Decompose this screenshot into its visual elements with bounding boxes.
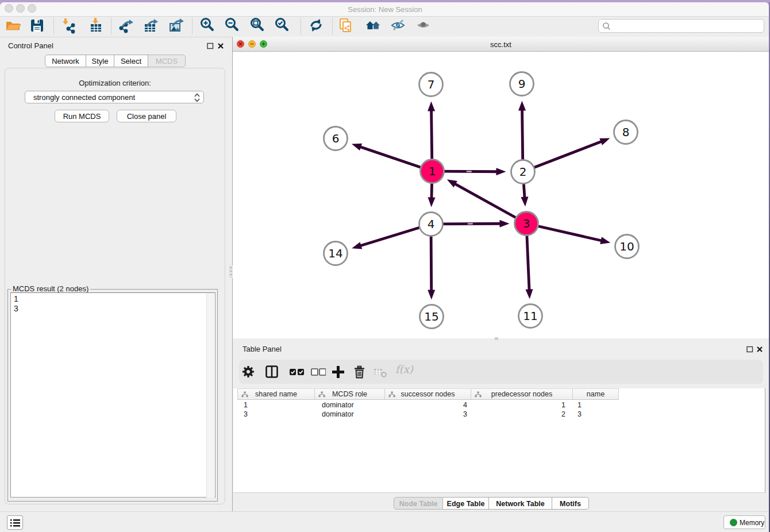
table-cell[interactable]: 3 [244, 410, 248, 419]
table-cell[interactable]: 1 [244, 400, 248, 410]
refresh-icon[interactable] [307, 17, 325, 36]
close-panel-button[interactable]: Close panel [117, 110, 176, 122]
table-tab-motifs[interactable]: Motifs [552, 497, 589, 510]
graph-node-6[interactable]: 6 [324, 127, 348, 151]
graph-node-1[interactable]: 1 [421, 160, 444, 183]
table-cell[interactable]: dominator [322, 410, 354, 419]
open-session-icon[interactable] [4, 17, 21, 36]
control-panel-float-icon[interactable] [206, 42, 214, 50]
edge-arrowhead [521, 196, 528, 206]
mcds-result-area[interactable]: 1 3 [10, 292, 215, 498]
svg-text:10: 10 [619, 240, 634, 253]
status-bar [0, 511, 769, 532]
graph-node-9[interactable]: 9 [510, 72, 534, 96]
zoom-in-icon[interactable] [199, 17, 217, 36]
window-title: Session: New Session [0, 5, 770, 14]
delete-table-icon[interactable] [373, 364, 388, 382]
export-network-icon[interactable] [117, 17, 134, 36]
result-scrollbar[interactable] [206, 294, 214, 498]
svg-text:2: 2 [519, 165, 527, 179]
memory-button[interactable]: Memory [723, 515, 765, 529]
split-columns-icon[interactable] [264, 364, 280, 382]
zoom-selected-icon[interactable] [274, 17, 291, 36]
criterion-select[interactable]: strongly connected component [25, 91, 204, 103]
table-cell[interactable]: 4 [385, 400, 467, 410]
gear-icon[interactable] [241, 364, 256, 382]
svg-text:3: 3 [523, 217, 530, 230]
zoom-out-icon[interactable] [224, 17, 241, 36]
column-header-predecessor-nodes[interactable]: predecessor nodes [471, 388, 573, 400]
search-icon [602, 22, 611, 31]
table-panel-close-icon[interactable] [756, 345, 764, 353]
select-all-icon[interactable] [288, 364, 304, 382]
select-stepper-icon [193, 92, 201, 103]
control-tab-mcds[interactable]: MCDS [148, 55, 186, 67]
edge-arrowhead [496, 168, 506, 175]
search-input[interactable] [598, 19, 764, 33]
graph-node-15[interactable]: 15 [420, 305, 444, 329]
edge-arrowhead [499, 220, 509, 228]
graph-node-4[interactable]: 4 [419, 213, 443, 236]
copy-view-icon[interactable] [337, 17, 354, 36]
table-cell[interactable]: 3 [578, 410, 582, 419]
toolbar-separator [332, 18, 333, 34]
toolbar-separator [192, 18, 193, 34]
status-list-button[interactable] [7, 515, 23, 530]
save-session-icon[interactable] [28, 17, 45, 36]
import-network-icon[interactable] [60, 17, 77, 36]
column-header-MCDS-role[interactable]: MCDS role [315, 388, 385, 400]
edge-2-8[interactable] [523, 141, 603, 172]
hide-eye-icon[interactable] [390, 17, 407, 36]
network-window-title: scc.txt [233, 40, 769, 49]
edge-arrowhead [428, 197, 436, 207]
column-header-successor-nodes[interactable]: successor nodes [385, 388, 471, 400]
graph-node-11[interactable]: 11 [519, 304, 542, 328]
delete-icon[interactable] [352, 364, 367, 382]
svg-text:4: 4 [428, 217, 435, 231]
toolbar-separator [301, 18, 302, 34]
table-panel-title: Table Panel [242, 345, 282, 353]
graph-node-7[interactable]: 7 [419, 73, 443, 97]
canvas-resize-handle[interactable] [495, 337, 498, 340]
control-panel-close-icon[interactable] [217, 42, 225, 50]
run-mcds-button[interactable]: Run MCDS [55, 110, 109, 122]
table-cell[interactable]: 1 [471, 400, 565, 410]
add-icon[interactable] [330, 364, 346, 382]
graph-node-2[interactable]: 2 [511, 160, 535, 184]
control-tab-network[interactable]: Network [45, 55, 86, 67]
graph-node-14[interactable]: 14 [324, 242, 348, 265]
control-tab-style[interactable]: Style [86, 55, 114, 67]
table-cell[interactable]: dominator [322, 400, 354, 410]
function-builder-icon[interactable]: f(x) [395, 363, 413, 375]
table-panel-float-icon[interactable] [746, 345, 754, 353]
edge-arrowhead [525, 289, 533, 299]
memory-label: Memory [740, 519, 764, 527]
zoom-fit-icon[interactable] [249, 17, 267, 36]
show-eye-icon[interactable] [415, 17, 432, 36]
edge-arrowhead [352, 144, 362, 151]
svg-text:1: 1 [429, 164, 436, 178]
home-icon[interactable] [364, 17, 382, 36]
import-table-icon[interactable] [87, 17, 104, 36]
control-panel-title: Control Panel [8, 41, 53, 50]
column-header-name[interactable]: name [573, 388, 619, 400]
export-image-icon[interactable] [167, 17, 184, 36]
control-tab-select[interactable]: Select [114, 55, 148, 67]
table-tab-edge-table[interactable]: Edge Table [443, 497, 489, 510]
table-cell[interactable]: 2 [471, 410, 565, 419]
mcds-result-title: MCDS result (2 nodes) [11, 284, 90, 293]
table-cell[interactable]: 1 [578, 400, 582, 410]
table-tab-network-table[interactable]: Network Table [489, 497, 552, 510]
deselect-all-icon[interactable] [310, 364, 326, 382]
graph-node-10[interactable]: 10 [615, 235, 639, 259]
graph-node-3[interactable]: 3 [515, 212, 538, 236]
network-graph[interactable]: 7968124314101511 [233, 52, 766, 338]
table-tab-node-table[interactable]: Node Table [394, 497, 443, 510]
edge-arrowhead [600, 237, 610, 244]
table-cell[interactable]: 3 [385, 410, 467, 419]
graph-node-8[interactable]: 8 [614, 121, 638, 144]
svg-text:6: 6 [332, 132, 340, 145]
export-table-icon[interactable] [142, 17, 159, 36]
column-header-shared-name[interactable]: shared name [237, 388, 315, 400]
edge-arrowhead [599, 138, 610, 145]
